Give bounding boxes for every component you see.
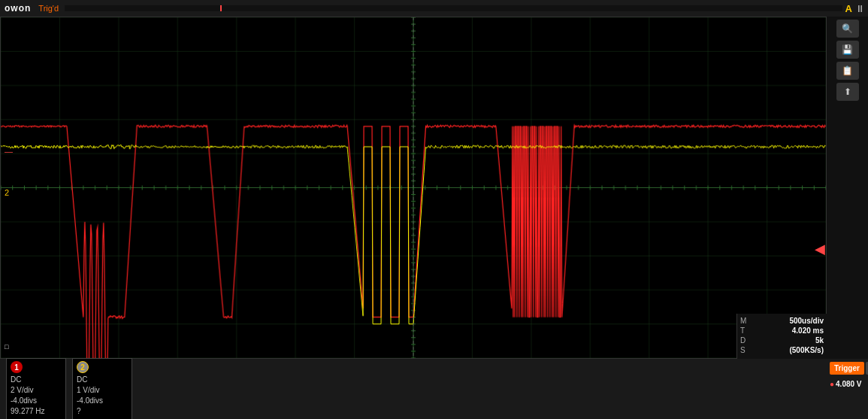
- s-value: (500KS/s): [789, 346, 824, 354]
- ch1-offset: -4.0divs: [11, 396, 62, 406]
- ch2-label: ?: [77, 406, 128, 417]
- t-value: 4.020 ms: [792, 326, 824, 335]
- copy-icon[interactable]: 📋: [836, 62, 859, 80]
- ch2-info: 2 DC 1 V/div -4.0divs ?: [72, 358, 132, 419]
- t-measurement-row: T 4.020 ms: [740, 326, 824, 335]
- ch1-volts-div: 2 V/div: [11, 385, 62, 396]
- bottom-right-panel: Trigger Force ● 4.080 V: [827, 359, 868, 419]
- s-measurement-row: S (500KS/s): [740, 346, 824, 354]
- save-icon[interactable]: 💾: [836, 41, 859, 59]
- bottom-status-bar: 1 DC 2 V/div -4.0divs 99.277 Hz 2 DC 1 V…: [0, 359, 827, 419]
- s-label: S: [740, 346, 746, 354]
- m-measurement-row: M 500us/div: [740, 317, 824, 325]
- export-icon[interactable]: ⬆: [836, 83, 859, 101]
- d-label: D: [740, 336, 746, 345]
- m-value: 500us/div: [789, 317, 824, 325]
- ch1-info: 1 DC 2 V/div -4.0divs 99.277 Hz: [6, 358, 66, 419]
- measurements-panel: M 500us/div T 4.020 ms D 5k S (500KS/s): [736, 314, 827, 359]
- scope-display: — 2 □: [0, 17, 827, 359]
- ch2-level-marker: 2: [5, 188, 9, 197]
- zoom-icon[interactable]: 🔍: [836, 20, 859, 38]
- d-measurement-row: D 5k: [740, 336, 824, 345]
- ch2-coupling: DC: [77, 375, 128, 385]
- right-indicators: A ⏸: [845, 3, 868, 14]
- trigger-voltage-display: 4.080 V: [836, 380, 861, 388]
- top-bar: owon Trig'd A ⏸: [0, 0, 868, 17]
- grid-canvas: [1, 17, 826, 358]
- trigger-button[interactable]: Trigger: [830, 362, 864, 375]
- time-marker: [220, 5, 222, 11]
- trigger-ch-indicator: ●: [830, 380, 834, 388]
- ch1-frequency: 99.277 Hz: [11, 406, 62, 417]
- t-label: T: [740, 326, 745, 335]
- time-scrollbar[interactable]: [65, 5, 842, 11]
- m-label: M: [740, 317, 746, 325]
- pause-icon[interactable]: ⏸: [855, 3, 865, 14]
- ch2-offset: -4.0divs: [77, 396, 128, 406]
- ch1-level-marker: —: [5, 147, 13, 156]
- ch1-icon: 1: [11, 361, 23, 373]
- brand-label: owon: [0, 3, 35, 14]
- ch1-coupling: DC: [11, 375, 62, 385]
- trigger-status: Trig'd: [35, 4, 62, 13]
- corner-marker: □: [5, 343, 8, 351]
- ch2-icon: 2: [77, 361, 89, 373]
- ch2-volts-div: 1 V/div: [77, 385, 128, 396]
- channel-a-label: A: [845, 3, 852, 14]
- d-value: 5k: [815, 336, 824, 345]
- trigger-level-arrow: ◀: [815, 241, 825, 257]
